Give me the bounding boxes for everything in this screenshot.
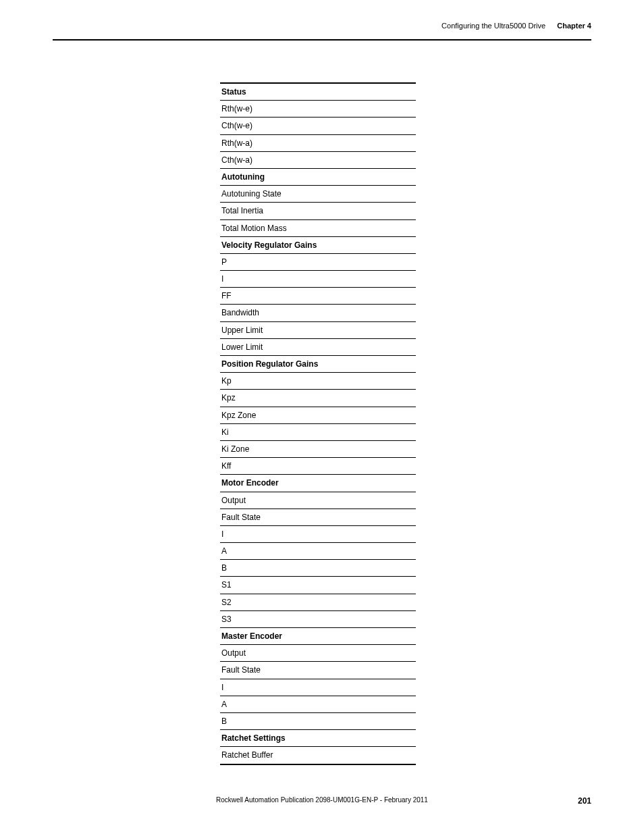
table-cell-label: S3 — [221, 615, 232, 624]
table-cell-label: Ratchet Settings — [221, 733, 286, 743]
table-cell-label: Total Motion Mass — [221, 224, 287, 233]
footer-publication: Rockwell Automation Publication 2098-UM0… — [0, 796, 644, 804]
table-cell-label: Upper Limit — [221, 325, 263, 335]
table-cell-label: Lower Limit — [221, 342, 263, 352]
table-cell-label: Kff — [221, 461, 231, 471]
table-cell-label: A — [221, 546, 227, 556]
table-row: Rth(w-a) — [220, 135, 416, 152]
table-section-header: Status — [220, 82, 416, 101]
table-cell-label: Kp — [221, 376, 232, 386]
table-section-header: Velocity Regulator Gains — [220, 237, 416, 254]
table-cell-label: Ratchet Buffer — [221, 750, 273, 760]
table-section-header: Autotuning — [220, 169, 416, 186]
header-rule — [53, 39, 591, 41]
table-cell-label: I — [221, 683, 223, 692]
table-row: Rth(w-e) — [220, 101, 416, 118]
table-row: Total Motion Mass — [220, 220, 416, 237]
table-row: Autotuning State — [220, 186, 416, 203]
table-row: P — [220, 254, 416, 271]
table-row: FF — [220, 288, 416, 305]
table-row: Cth(w-e) — [220, 118, 416, 134]
table-row: A — [220, 696, 416, 713]
chapter-label: Chapter 4 — [557, 22, 591, 30]
table-row: Fault State — [220, 662, 416, 679]
section-title: Configuring the Ultra5000 Drive — [441, 22, 545, 30]
table-cell-label: P — [221, 257, 227, 267]
table-cell-label: Autotuning State — [221, 189, 281, 199]
table-cell-label: Output — [221, 648, 246, 658]
table-section-header: Motor Encoder — [220, 475, 416, 492]
table-row: I — [220, 271, 416, 288]
table-cell-label: Velocity Regulator Gains — [221, 240, 317, 250]
table-cell-label: Status — [221, 87, 246, 97]
table-cell-label: B — [221, 563, 227, 573]
table-cell-label: Cth(w-e) — [221, 121, 252, 130]
table-row: Kff — [220, 458, 416, 475]
table-cell-label: Ki Zone — [221, 444, 249, 454]
table-row: Fault State — [220, 509, 416, 526]
table-row: Bandwidth — [220, 305, 416, 321]
table-row: S3 — [220, 611, 416, 628]
table-cell-label: Output — [221, 496, 246, 505]
table-row: Ki Zone — [220, 441, 416, 458]
table-section-header: Master Encoder — [220, 628, 416, 645]
header-area: Configuring the Ultra5000 Drive Chapter … — [0, 0, 644, 47]
table-cell-label: I — [221, 529, 223, 539]
table-cell-label: Autotuning — [221, 172, 265, 182]
table-cell-label: S1 — [221, 580, 232, 590]
header-text: Configuring the Ultra5000 Drive Chapter … — [441, 22, 591, 30]
table-cell-label: I — [221, 274, 223, 284]
table-cell-label: Position Regulator Gains — [221, 359, 318, 369]
table-row: Kp — [220, 373, 416, 390]
table-row: Upper Limit — [220, 322, 416, 339]
table-cell-label: Kpz — [221, 393, 236, 402]
table-cell-label: S2 — [221, 598, 232, 607]
table-row: Total Inertia — [220, 203, 416, 219]
table-cell-label: A — [221, 700, 227, 709]
table-cell-label: Motor Encoder — [221, 478, 279, 488]
table-cell-label: Total Inertia — [221, 206, 263, 215]
footer: Rockwell Automation Publication 2098-UM0… — [0, 796, 644, 810]
table-row: B — [220, 713, 416, 730]
table-row: B — [220, 560, 416, 577]
table-row: Ki — [220, 424, 416, 441]
table-row: Lower Limit — [220, 339, 416, 356]
table-cell-label: Bandwidth — [221, 308, 259, 317]
table-row: Ratchet Buffer — [220, 747, 416, 764]
table-cell-label: Cth(w-a) — [221, 155, 252, 165]
footer-page-number: 201 — [578, 796, 591, 806]
table-cell-label: Rth(w-e) — [221, 104, 252, 113]
table-row: Output — [220, 645, 416, 662]
status-table: StatusRth(w-e)Cth(w-e)Rth(w-a)Cth(w-a)Au… — [220, 82, 416, 765]
table-section-header: Ratchet Settings — [220, 730, 416, 747]
table-cell-label: Master Encoder — [221, 631, 282, 641]
page: Configuring the Ultra5000 Drive Chapter … — [0, 0, 644, 834]
table-row: S2 — [220, 594, 416, 611]
table-row: A — [220, 543, 416, 560]
table-row: Kpz — [220, 390, 416, 407]
table-cell-label: Rth(w-a) — [221, 138, 252, 148]
table-row: I — [220, 679, 416, 696]
table-row: S1 — [220, 577, 416, 594]
table-cell-label: FF — [221, 291, 232, 301]
table-row: I — [220, 526, 416, 543]
table-cell-label: Kpz Zone — [221, 411, 256, 420]
table-cell-label: Ki — [221, 427, 229, 437]
table-cell-label: Fault State — [221, 513, 261, 522]
table-row: Output — [220, 492, 416, 509]
table-row: Kpz Zone — [220, 407, 416, 424]
table-row: Cth(w-a) — [220, 152, 416, 169]
table-cell-label: Fault State — [221, 665, 261, 675]
table-section-header: Position Regulator Gains — [220, 356, 416, 373]
table-cell-label: B — [221, 716, 227, 726]
